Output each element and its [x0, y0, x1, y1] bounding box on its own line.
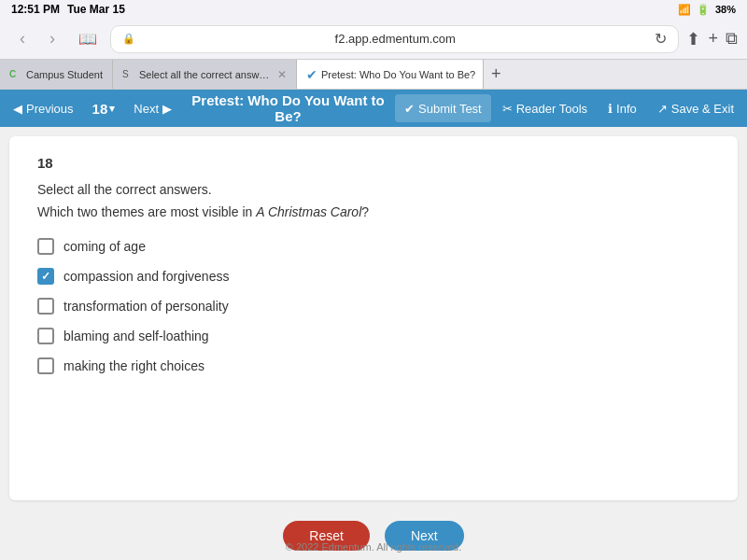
instruction-text: Select all the correct answers.: [37, 182, 710, 197]
address-bar[interactable]: 🔒 f2.app.edmentum.com ↻: [110, 25, 679, 53]
dropdown-icon: ▾: [109, 103, 115, 115]
option-row-3[interactable]: transformation of personality: [37, 298, 710, 315]
tab-select-answers[interactable]: S Select all the correct answers. Which …: [113, 60, 297, 89]
option-label-1: coming of age: [63, 239, 146, 254]
forward-button[interactable]: ›: [39, 26, 65, 52]
reload-button[interactable]: ↻: [655, 30, 667, 48]
tab-close-select[interactable]: ✕: [277, 68, 287, 81]
copyright-text: © 2022 Edmentum. All rights reserved.: [286, 541, 461, 553]
checkbox-5[interactable]: [37, 357, 54, 374]
tab-label-pretest: Pretest: Who Do You Want to Be?: [321, 69, 475, 80]
browser-chrome: ‹ › 📖 🔒 f2.app.edmentum.com ↻ ⬆ + ⧉: [0, 19, 747, 60]
app-toolbar: ◀ Previous 18 ▾ Next ▶ Pretest: Who Do Y…: [0, 90, 747, 127]
option-label-5: making the right choices: [63, 358, 204, 373]
next-button-toolbar[interactable]: Next ▶: [124, 94, 181, 122]
battery-icon: 🔋: [697, 4, 710, 16]
option-label-4: blaming and self-loathing: [63, 329, 209, 343]
submit-test-button[interactable]: ✔ Submit Test: [395, 94, 491, 122]
option-label-2: compassion and forgiveness: [63, 269, 229, 284]
tabs-button[interactable]: ⧉: [726, 29, 738, 49]
checkbox-1[interactable]: [37, 238, 54, 255]
battery-level: 38%: [715, 4, 736, 15]
question-text: Which two themes are most visible in A C…: [37, 204, 710, 219]
tabs-bar: C Campus Student S Select all the correc…: [0, 60, 747, 90]
add-tab-button[interactable]: +: [484, 60, 509, 89]
status-date: Tue Mar 15: [67, 3, 125, 16]
campus-favicon: C: [9, 68, 22, 81]
option-label-3: transformation of personality: [63, 299, 229, 314]
info-icon: ℹ: [608, 102, 613, 116]
browser-actions: ⬆ + ⧉: [686, 29, 738, 49]
option-row-2[interactable]: compassion and forgiveness: [37, 268, 710, 285]
previous-button[interactable]: ◀ Previous: [4, 94, 83, 122]
next-icon-toolbar: ▶: [162, 102, 172, 116]
question-number-dropdown[interactable]: 18 ▾: [85, 97, 123, 120]
previous-icon: ◀: [13, 102, 22, 116]
address-text: f2.app.edmentum.com: [141, 32, 649, 46]
page-title: Pretest: Who Do You Want to Be?: [183, 92, 393, 124]
submit-icon: ✔: [404, 102, 415, 116]
status-bar: 12:51 PM Tue Mar 15 📶 🔋 38%: [0, 0, 747, 19]
option-row-1[interactable]: coming of age: [37, 238, 710, 255]
new-tab-button[interactable]: +: [708, 29, 718, 49]
share-button[interactable]: ⬆: [686, 29, 700, 49]
option-row-5[interactable]: making the right choices: [37, 357, 710, 374]
pretest-favicon: ✔: [306, 68, 317, 81]
save-exit-icon: ↗: [657, 102, 668, 116]
content-area: 18 Select all the correct answers. Which…: [9, 136, 738, 500]
tab-label-campus: Campus Student: [26, 69, 103, 80]
back-button[interactable]: ‹: [9, 26, 35, 52]
status-time: 12:51 PM: [11, 3, 60, 16]
browser-nav: ‹ ›: [9, 26, 65, 52]
reader-tools-button[interactable]: ✂ Reader Tools: [493, 94, 597, 122]
lock-icon: 🔒: [122, 33, 135, 45]
tab-campus-student[interactable]: C Campus Student: [0, 60, 113, 89]
option-row-4[interactable]: blaming and self-loathing: [37, 328, 710, 344]
checkbox-4[interactable]: [37, 328, 54, 344]
tab-label-select: Select all the correct answers. Which tw…: [139, 69, 270, 80]
info-button[interactable]: ℹ Info: [599, 94, 646, 122]
reader-tools-icon: ✂: [502, 102, 513, 116]
save-exit-button[interactable]: ↗ Save & Exit: [648, 94, 743, 122]
reader-mode-button[interactable]: 📖: [73, 26, 103, 51]
checkbox-2[interactable]: [37, 268, 54, 285]
wifi-icon: 📶: [678, 4, 691, 16]
question-number: 18: [37, 155, 710, 171]
select-favicon: S: [122, 68, 135, 81]
footer: © 2022 Edmentum. All rights reserved.: [0, 538, 747, 556]
book-title: A Christmas Carol: [256, 204, 361, 219]
tab-pretest[interactable]: ✔ Pretest: Who Do You Want to Be?: [297, 60, 484, 89]
checkbox-3[interactable]: [37, 298, 54, 315]
